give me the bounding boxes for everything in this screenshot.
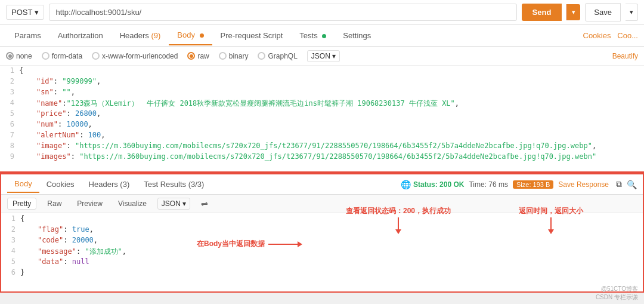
radio-form-data[interactable]: form-data — [42, 52, 82, 60]
save-dropdown-button[interactable]: ▾ — [626, 4, 638, 21]
send-dropdown-button[interactable]: ▾ — [566, 4, 580, 20]
radio-none-circle — [6, 52, 14, 60]
radio-urlencoded-circle — [92, 52, 100, 60]
radio-form-data-circle — [42, 52, 49, 60]
method-label: POST — [11, 8, 32, 17]
req-line-9: 9 "images": "https://m.360buyimg.com/mob… — [0, 152, 644, 162]
status-badge: 🌐 Status: 200 OK — [401, 180, 464, 189]
req-line-4: 4 "name":"123森马（XLemir） 牛仔裤女 2018秋季新款宽松显… — [0, 98, 644, 109]
radio-binary[interactable]: binary — [219, 52, 249, 60]
tab-body[interactable]: Body — [169, 26, 212, 45]
resp-line-1: 1 { — [1, 214, 643, 225]
beautify-button[interactable]: Beautify — [612, 52, 638, 60]
url-input[interactable] — [49, 4, 516, 21]
save-response-button[interactable]: Save Response — [558, 180, 609, 189]
tab-cookies[interactable]: Cookies Coo... — [583, 31, 639, 40]
req-line-3: 3 "sn": "", — [0, 87, 644, 98]
radio-graphql[interactable]: GraphQL — [258, 52, 297, 60]
method-select[interactable]: POST ▾ — [6, 5, 44, 20]
req-line-5: 5 "price": 26800, — [0, 109, 644, 119]
response-tab-bar: Body Cookies Headers (3) Test Results (3… — [1, 174, 643, 195]
tab-pre-request[interactable]: Pre-request Script — [212, 26, 292, 45]
top-bar: POST ▾ Send ▾ Save ▾ — [0, 0, 644, 25]
radio-graphql-circle — [258, 52, 265, 60]
method-dropdown-icon: ▾ — [35, 8, 39, 17]
copy-icon[interactable]: ⧉ — [616, 179, 622, 189]
send-button[interactable]: Send — [522, 4, 562, 21]
resp-line-6: 6 } — [1, 268, 643, 278]
fmt-preview[interactable]: Preview — [72, 198, 107, 209]
tab-headers[interactable]: Headers (9) — [112, 26, 169, 45]
resp-line-3: 3 "code": 20000, — [1, 235, 643, 246]
fmt-raw[interactable]: Raw — [42, 198, 66, 209]
response-panel: Body Cookies Headers (3) Test Results (3… — [0, 173, 644, 293]
resp-tab-cookies[interactable]: Cookies — [39, 176, 82, 192]
radio-raw[interactable]: raw — [187, 52, 209, 60]
radio-raw-circle — [187, 52, 195, 60]
body-type-bar: none form-data x-www-form-urlencoded raw… — [0, 47, 644, 66]
globe-icon: 🌐 — [401, 180, 411, 189]
resp-json-select[interactable]: JSON ▾ — [157, 198, 190, 210]
request-body-editor[interactable]: 1 { 2 "id": "999099", 3 "sn": "", 4 "nam… — [0, 66, 644, 173]
status-area: 🌐 Status: 200 OK Time: 76 ms Size: 193 B… — [401, 179, 637, 189]
status-label: Status: 200 OK — [413, 180, 464, 189]
resp-tab-test-results[interactable]: Test Results (3/3) — [137, 176, 211, 192]
tab-authorization[interactable]: Authorization — [49, 26, 112, 45]
tab-bar: Params Authorization Headers (9) Body Pr… — [0, 25, 644, 47]
wrap-icon[interactable]: ⇌ — [201, 199, 208, 208]
fmt-pretty[interactable]: Pretty — [7, 198, 36, 210]
tab-settings[interactable]: Settings — [335, 26, 379, 45]
radio-none[interactable]: none — [6, 52, 32, 60]
response-body-editor[interactable]: 1 { 2 "flag": true, 3 "code": 20000, 4 "… — [1, 213, 643, 291]
resp-line-4: 4 "message": "添加成功", — [1, 246, 643, 257]
json-format-select[interactable]: JSON ▾ — [307, 50, 340, 62]
resp-tab-headers[interactable]: Headers (3) — [82, 176, 137, 192]
search-icon[interactable]: 🔍 — [627, 180, 637, 189]
tab-params[interactable]: Params — [6, 26, 49, 45]
req-line-1: 1 { — [0, 66, 644, 76]
req-line-7: 7 "alertNum": 100, — [0, 130, 644, 141]
radio-urlencoded[interactable]: x-www-form-urlencoded — [92, 52, 178, 60]
time-badge: Time: 76 ms — [469, 180, 508, 189]
save-button[interactable]: Save — [585, 3, 621, 22]
size-badge: Size: 193 B — [513, 180, 553, 189]
req-line-2: 2 "id": "999099", — [0, 76, 644, 87]
resp-line-5: 5 "data": null — [1, 257, 643, 268]
tab-tests[interactable]: Tests — [291, 26, 335, 45]
req-line-6: 6 "num": 10000, — [0, 119, 644, 130]
radio-binary-circle — [219, 52, 227, 60]
req-line-8: 8 "image": "https://m.360buyimg.com/mobi… — [0, 141, 644, 152]
fmt-visualize[interactable]: Visualize — [113, 198, 151, 209]
resp-tab-body[interactable]: Body — [7, 176, 39, 193]
resp-line-2: 2 "flag": true, — [1, 225, 643, 235]
watermark: @51CTO博客CSDN 专栏示谦 — [596, 285, 638, 302]
response-format-bar: Pretty Raw Preview Visualize JSON ▾ ⇌ — [1, 195, 643, 213]
